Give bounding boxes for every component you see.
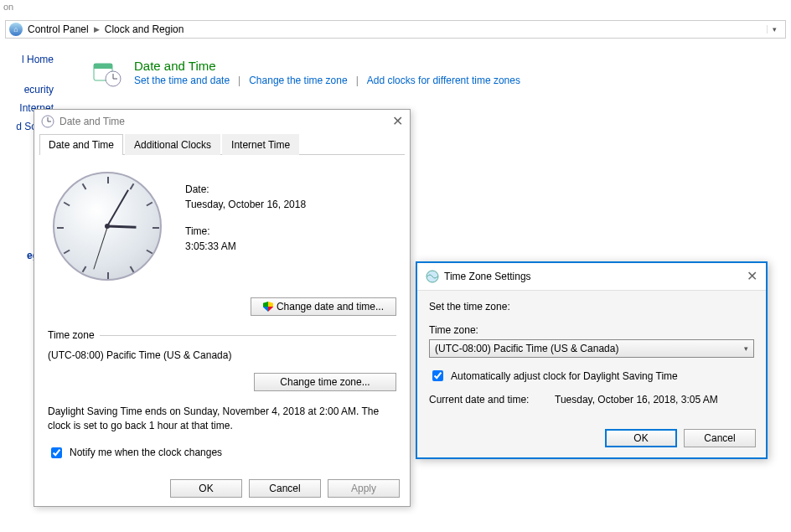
timezone-group-label: Time zone (48, 329, 95, 341)
divider: | (356, 75, 359, 86)
date-time-dialog: Date and Time ✕ Date and Time Additional… (34, 109, 411, 507)
instruction-text: Set the time zone: (429, 301, 754, 312)
time-value: 3:05:33 AM (185, 240, 306, 252)
ok-button[interactable]: OK (605, 429, 677, 447)
notify-checkbox[interactable] (51, 447, 62, 458)
cancel-button[interactable]: Cancel (684, 429, 756, 447)
notify-checkbox-row[interactable]: Notify me when the clock changes (48, 445, 396, 461)
breadcrumb-root[interactable]: Control Panel (28, 23, 89, 35)
calendar-clock-icon (92, 59, 122, 89)
close-icon[interactable]: ✕ (392, 115, 403, 128)
link-set-time[interactable]: Set the time and date (134, 75, 230, 86)
shield-icon (263, 302, 273, 312)
window-title-fragment: on (0, 0, 17, 13)
address-bar[interactable]: ⌂ Control Panel ▶ Clock and Region ▾ (5, 20, 786, 39)
analog-clock (53, 172, 162, 281)
timezone-settings-dialog: Time Zone Settings ✕ Set the time zone: … (416, 261, 768, 459)
main-content: Date and Time Set the time and date | Ch… (92, 59, 783, 104)
date-label: Date: (185, 183, 306, 195)
time-label: Time: (185, 225, 306, 237)
dialog-titlebar[interactable]: Time Zone Settings ✕ (417, 263, 766, 291)
control-panel-icon: ⌂ (9, 23, 23, 36)
timezone-label: Time zone: (429, 324, 754, 336)
cancel-button[interactable]: Cancel (249, 479, 321, 498)
chevron-right-icon[interactable]: ▶ (94, 25, 100, 34)
timezone-selected-value: (UTC-08:00) Pacific Time (US & Canada) (435, 343, 618, 354)
tab-additional-clocks[interactable]: Additional Clocks (125, 134, 220, 155)
nav-item[interactable]: ecurity (0, 80, 59, 99)
divider: | (238, 75, 240, 86)
date-value: Tuesday, October 16, 2018 (185, 199, 306, 210)
timezone-value: (UTC-08:00) Pacific Time (US & Canada) (48, 349, 396, 361)
address-dropdown-icon[interactable]: ▾ (767, 25, 782, 34)
tab-bar: Date and Time Additional Clocks Internet… (39, 133, 405, 155)
section-title[interactable]: Date and Time (134, 59, 520, 73)
change-timezone-button[interactable]: Change time zone... (254, 373, 396, 391)
current-datetime-value: Tuesday, October 16, 2018, 3:05 AM (555, 394, 718, 405)
auto-dst-checkbox-row[interactable]: Automatically adjust clock for Daylight … (429, 368, 754, 384)
globe-icon (426, 270, 439, 283)
current-datetime-label: Current date and time: (429, 394, 555, 405)
notify-label: Notify me when the clock changes (70, 447, 222, 458)
clock-icon (41, 115, 54, 128)
link-additional-clocks[interactable]: Add clocks for different time zones (367, 75, 520, 86)
dialog-title: Time Zone Settings (444, 271, 531, 282)
nav-home[interactable]: l Home (0, 50, 59, 69)
ok-button[interactable]: OK (170, 479, 242, 498)
auto-dst-label: Automatically adjust clock for Daylight … (451, 370, 678, 382)
dialog-titlebar[interactable]: Date and Time ✕ (34, 110, 410, 133)
close-icon[interactable]: ✕ (747, 270, 757, 283)
svg-rect-1 (94, 64, 112, 69)
dst-info-text: Daylight Saving Time ends on Sunday, Nov… (48, 405, 396, 433)
tab-date-time[interactable]: Date and Time (39, 134, 123, 155)
apply-button: Apply (328, 479, 400, 498)
breadcrumb-current[interactable]: Clock and Region (105, 23, 184, 35)
link-change-timezone[interactable]: Change the time zone (249, 75, 347, 86)
chevron-down-icon: ▾ (744, 344, 748, 353)
change-date-time-button[interactable]: Change date and time... (251, 297, 396, 316)
dialog-title: Date and Time (59, 116, 125, 127)
auto-dst-checkbox[interactable] (432, 370, 443, 381)
tab-internet-time[interactable]: Internet Time (222, 134, 299, 155)
timezone-combobox[interactable]: (UTC-08:00) Pacific Time (US & Canada) ▾ (429, 339, 754, 358)
